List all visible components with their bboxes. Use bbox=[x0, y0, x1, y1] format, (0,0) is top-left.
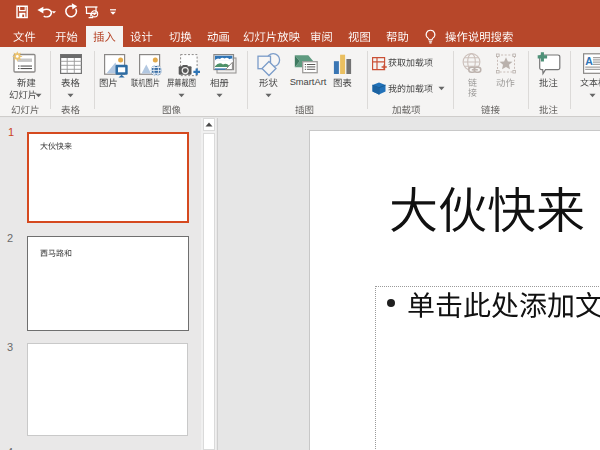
svg-text:A: A bbox=[585, 55, 593, 67]
